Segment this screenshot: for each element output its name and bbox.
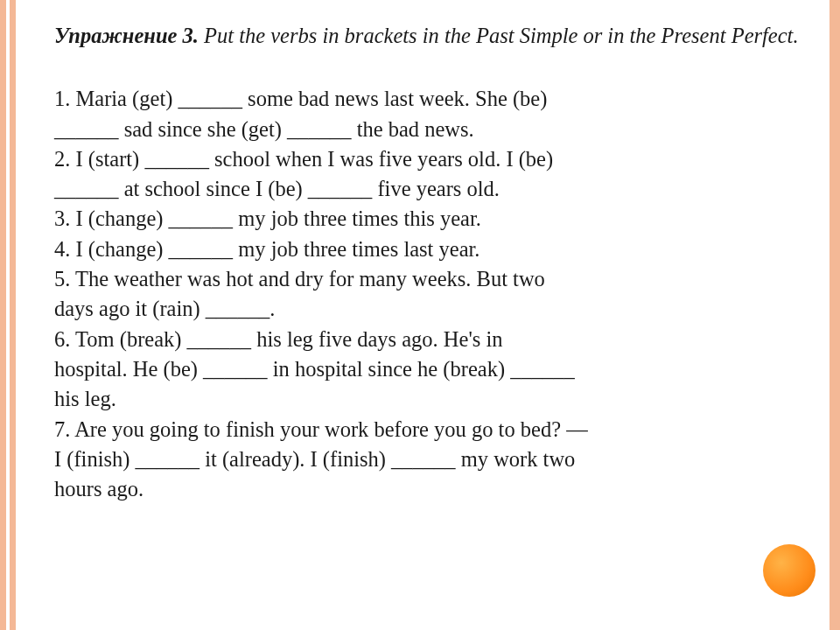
exercise-text-line: 5. The weather was hot and dry for many … xyxy=(54,264,807,294)
right-decorative-border xyxy=(830,0,840,630)
exercise-text-line: 1. Maria (get) ______ some bad news last… xyxy=(54,84,807,114)
exercise-text-line: 2. I (start) ______ school when I was fi… xyxy=(54,144,807,174)
exercise-text-line: his leg. xyxy=(54,384,807,414)
exercise-text-line: days ago it (rain) ______. xyxy=(54,294,807,324)
exercise-text-line: 7. Are you going to finish your work bef… xyxy=(54,415,807,444)
exercise-text-line: ______ sad since she (get) ______ the ba… xyxy=(54,115,807,144)
exercise-instruction: Put the verbs in brackets in the Past Si… xyxy=(199,24,799,47)
exercise-text-line: I (finish) ______ it (already). I (finis… xyxy=(54,444,807,474)
slide-content: Упражнение 3. Put the verbs in brackets … xyxy=(54,21,807,504)
exercise-number: Упражнение 3. xyxy=(54,24,199,47)
exercise-text-line: 4. I (change) ______ my job three times … xyxy=(54,234,807,264)
exercise-text-line: hours ago. xyxy=(54,474,807,504)
exercise-title: Упражнение 3. Put the verbs in brackets … xyxy=(54,21,807,51)
exercise-text-line: ______ at school since I (be) ______ fiv… xyxy=(54,174,807,204)
decorative-circle xyxy=(763,544,816,597)
exercise-text-line: 3. I (change) ______ my job three times … xyxy=(54,204,807,234)
exercise-text-line: 6. Tom (break) ______ his leg five days … xyxy=(54,325,807,354)
left-decorative-border xyxy=(0,0,16,630)
exercise-body: 1. Maria (get) ______ some bad news last… xyxy=(54,84,807,504)
exercise-text-line: hospital. He (be) ______ in hospital sin… xyxy=(54,354,807,384)
